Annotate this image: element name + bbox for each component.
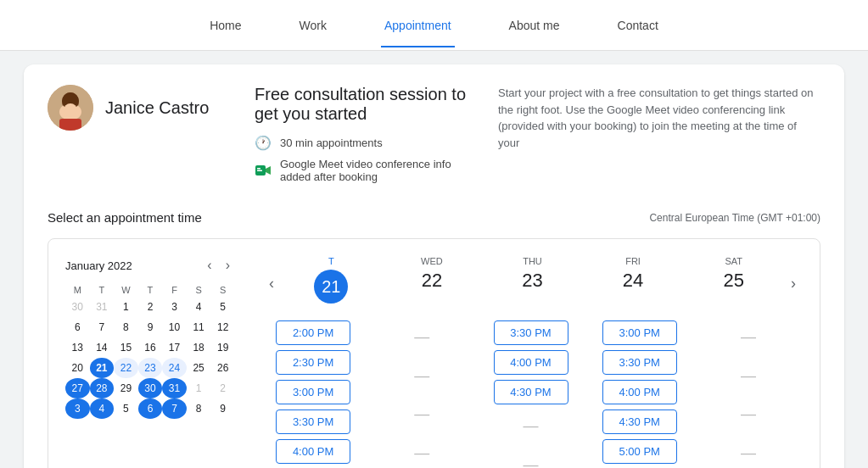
- slot-wed-3: —: [414, 398, 429, 432]
- slot-wed-2: —: [414, 359, 429, 393]
- calendar-day[interactable]: 29: [114, 378, 138, 398]
- slot-fri-400[interactable]: 4:00 PM: [602, 380, 677, 404]
- day-col-wed: WED 22: [382, 256, 483, 310]
- feature-meet: Google Meet video conference info added …: [255, 158, 478, 183]
- calendar-day[interactable]: 19: [210, 337, 235, 358]
- nav-appointment[interactable]: Appointment: [381, 3, 455, 47]
- slot-tue-200[interactable]: 2:00 PM: [276, 320, 350, 345]
- feature-meet-text: Google Meet video conference info added …: [280, 158, 478, 183]
- calendar-day[interactable]: 21: [90, 358, 115, 378]
- calendar-day[interactable]: 9: [210, 398, 235, 419]
- main-card: Janice Castro Free consultation session …: [24, 64, 844, 468]
- calendar-day[interactable]: 13: [65, 337, 90, 358]
- calendar-day[interactable]: 4: [187, 297, 211, 317]
- slot-sat-3: —: [741, 398, 756, 432]
- calendar-day[interactable]: 6: [65, 317, 90, 337]
- timezone-label: Central European Time (GMT +01:00): [649, 212, 820, 224]
- calendar-body: January 2022 ‹ › M T W T F S: [48, 238, 820, 468]
- slot-wed-4: —: [414, 437, 429, 468]
- nav-home[interactable]: Home: [206, 3, 244, 47]
- calendar-day[interactable]: 22: [114, 358, 138, 378]
- calendar-day[interactable]: 31: [90, 297, 115, 317]
- weekday-tue: T: [90, 283, 115, 297]
- calendar-day[interactable]: 26: [210, 358, 235, 378]
- days-next-button[interactable]: ›: [784, 271, 803, 296]
- calendar-day[interactable]: 23: [138, 358, 163, 378]
- slot-thu-400[interactable]: 4:00 PM: [494, 350, 568, 375]
- slot-fri-430[interactable]: 4:30 PM: [602, 410, 677, 434]
- calendar-day[interactable]: 12: [210, 317, 235, 337]
- calendar-day[interactable]: 8: [114, 317, 138, 337]
- day-col-fri: FRI 24: [583, 256, 684, 310]
- slot-wed-1: —: [414, 320, 429, 354]
- calendar-day[interactable]: 9: [138, 317, 163, 337]
- calendar-day[interactable]: 11: [187, 317, 211, 337]
- slot-thu-330[interactable]: 3:30 PM: [494, 320, 568, 345]
- calendar-day[interactable]: 2: [138, 297, 163, 317]
- calendar-day[interactable]: 24: [162, 358, 187, 378]
- feature-duration: 🕐 30 min appointments: [255, 134, 478, 151]
- calendar-day[interactable]: 7: [162, 398, 187, 419]
- calendar-day[interactable]: 25: [187, 358, 211, 378]
- calendar-day[interactable]: 30: [65, 297, 90, 317]
- weekday-fri: F: [162, 283, 187, 297]
- slots-col-fri: 3:00 PM 3:30 PM 4:00 PM 4:30 PM 5:00 PM: [585, 320, 694, 468]
- calendar-day[interactable]: 5: [210, 297, 235, 317]
- calendar-day[interactable]: 4: [90, 398, 115, 419]
- svg-rect-8: [257, 168, 260, 170]
- calendar-day[interactable]: 3: [162, 297, 187, 317]
- header-section: Janice Castro Free consultation session …: [48, 85, 820, 200]
- calendar-day[interactable]: 20: [65, 358, 90, 378]
- day-abbr-tue: T: [328, 256, 334, 266]
- calendar-day[interactable]: 1: [114, 297, 138, 317]
- slot-sat-1: —: [741, 320, 756, 354]
- calendar-day[interactable]: 27: [65, 378, 90, 398]
- profile-header: Janice Castro: [48, 85, 234, 131]
- profile-features: 🕐 30 min appointments Google Meet video …: [255, 134, 478, 183]
- calendar-next-button[interactable]: ›: [221, 256, 235, 275]
- calendar-day[interactable]: 30: [138, 378, 163, 398]
- calendar-day[interactable]: 1: [187, 378, 211, 398]
- slot-thu-430[interactable]: 4:30 PM: [494, 380, 568, 404]
- calendar-day[interactable]: 14: [90, 337, 115, 358]
- calendar-day[interactable]: 18: [187, 337, 211, 358]
- slot-fri-300[interactable]: 3:00 PM: [602, 320, 677, 345]
- day-num-tue: 21: [314, 270, 348, 304]
- calendar-day[interactable]: 16: [138, 337, 163, 358]
- day-abbr-sat: SAT: [725, 256, 742, 266]
- calendar-day[interactable]: 28: [90, 378, 115, 398]
- weekday-sun: S: [210, 283, 235, 297]
- days-prev-button[interactable]: ‹: [262, 271, 281, 296]
- calendar-header: Select an appointment time Central Europ…: [48, 210, 820, 225]
- slot-thu-dash2: —: [524, 448, 539, 468]
- calendar-prev-button[interactable]: ‹: [202, 256, 216, 275]
- nav-about[interactable]: About me: [506, 3, 563, 47]
- day-abbr-fri: FRI: [625, 256, 641, 266]
- calendar-day[interactable]: 2: [210, 378, 235, 398]
- calendar-day[interactable]: 3: [65, 398, 90, 419]
- mini-calendar: January 2022 ‹ › M T W T F S: [65, 256, 235, 468]
- slot-fri-500[interactable]: 5:00 PM: [602, 439, 677, 464]
- day-abbr-wed: WED: [421, 256, 443, 266]
- days-header: ‹ T 21 WED 22 THU 23: [259, 256, 803, 310]
- slot-tue-400[interactable]: 4:00 PM: [276, 439, 350, 464]
- weekday-wed: W: [114, 283, 138, 297]
- calendar-day[interactable]: 7: [90, 317, 115, 337]
- nav-work[interactable]: Work: [296, 3, 330, 47]
- timeslots-section: ‹ T 21 WED 22 THU 23: [259, 256, 803, 468]
- calendar-day[interactable]: 8: [187, 398, 211, 419]
- calendar-day[interactable]: 6: [138, 398, 163, 419]
- calendar-day[interactable]: 10: [162, 317, 187, 337]
- slot-tue-300[interactable]: 3:00 PM: [276, 380, 350, 404]
- calendar-day[interactable]: 31: [162, 378, 187, 398]
- calendar-grid: M T W T F S S 30311234567891011121314151…: [65, 283, 235, 419]
- nav-contact[interactable]: Contact: [614, 3, 662, 47]
- slots-col-sat: — — — — —: [694, 320, 803, 468]
- calendar-day[interactable]: 17: [162, 337, 187, 358]
- calendar-day[interactable]: 15: [114, 337, 138, 358]
- slot-fri-330[interactable]: 3:30 PM: [602, 350, 677, 375]
- slot-tue-230[interactable]: 2:30 PM: [276, 350, 350, 375]
- calendar-day[interactable]: 5: [114, 398, 138, 419]
- profile-info: Free consultation session to get you sta…: [255, 85, 478, 183]
- slot-tue-330[interactable]: 3:30 PM: [276, 410, 350, 434]
